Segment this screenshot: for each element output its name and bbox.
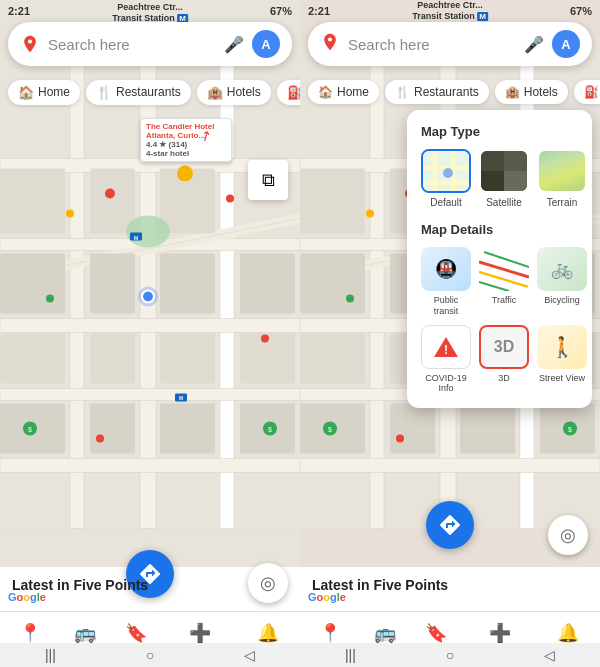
sys-back-right[interactable]: ◁ (544, 647, 555, 663)
detail-3d[interactable]: 3D 3D (479, 325, 529, 395)
restaurants-icon-right: 🍴 (395, 85, 410, 99)
cat-home-right[interactable]: 🏠 Home (308, 80, 379, 104)
detail-traffic-label: Traffic (492, 295, 517, 306)
cat-restaurants-left[interactable]: 🍴 Restaurants (86, 80, 191, 105)
updates-icon-left: 🔔 (257, 622, 279, 644)
svg-rect-24 (160, 404, 215, 454)
sys-home-left[interactable]: ○ (146, 647, 154, 663)
go-icon-right: 🚌 (374, 622, 396, 644)
thumb-covid: ! (421, 325, 471, 369)
sys-home-right[interactable]: ○ (446, 647, 454, 663)
svg-rect-92 (433, 151, 437, 193)
map-type-satellite[interactable]: Satellite (479, 149, 529, 208)
svg-rect-16 (160, 254, 215, 314)
map-type-title: Map Type (421, 124, 578, 139)
svg-point-36 (96, 435, 104, 443)
gas-icon-right: ⛽ (584, 85, 599, 99)
svg-point-31 (105, 189, 115, 199)
microphone-icon-left[interactable]: 🎤 (224, 35, 244, 54)
map-details-title: Map Details (421, 222, 578, 237)
detail-street-view[interactable]: 🚶 Street View (537, 325, 587, 395)
map-type-default[interactable]: Default (421, 149, 471, 208)
detail-transit[interactable]: 🚇 Public transit (421, 247, 471, 317)
svg-rect-20 (160, 334, 215, 384)
latest-label-left: Latest in Five Points (0, 567, 160, 597)
thumb-traffic (479, 247, 529, 291)
contribute-icon-right: ➕ (489, 622, 511, 644)
cat-gas-right[interactable]: ⛽ Gas (574, 80, 600, 104)
location-button-left[interactable]: ◎ (248, 563, 288, 603)
sys-nav-left: ||| ○ ◁ (0, 643, 300, 667)
search-input-right[interactable]: Search here (348, 36, 524, 53)
sys-menu-right[interactable]: ||| (345, 647, 356, 663)
home-icon-left: 🏠 (18, 85, 34, 100)
svg-rect-6 (0, 319, 300, 333)
search-input-left[interactable]: Search here (48, 36, 224, 53)
svg-point-35 (261, 335, 269, 343)
map-type-terrain[interactable]: Terrain (537, 149, 587, 208)
location-button-right[interactable]: ◎ (548, 515, 588, 555)
svg-rect-12 (90, 169, 135, 234)
thumb-transit: 🚇 (421, 247, 471, 291)
thumb-terrain (537, 149, 587, 193)
search-bar-left[interactable]: Search here 🎤 A (8, 22, 292, 66)
status-bar-right: 2:21 Peachtree Ctr...Transit Station M 6… (300, 0, 600, 22)
cat-hotels-left[interactable]: 🏨 Hotels (197, 80, 271, 105)
svg-rect-17 (240, 254, 295, 314)
svg-rect-11 (0, 169, 65, 234)
contribute-icon-left: ➕ (189, 622, 211, 644)
svg-text:M: M (134, 235, 138, 241)
cat-home-left[interactable]: 🏠 Home (8, 80, 80, 105)
explore-icon-right: 📍 (319, 622, 341, 644)
hotel-info[interactable]: The Candler Hotel Atlanta, Curio... 4.4 … (140, 118, 232, 162)
detail-traffic[interactable]: Traffic (479, 247, 529, 317)
latest-label-right: Latest in Five Points (300, 567, 460, 597)
cat-gas-left[interactable]: ⛽ Gas (277, 80, 300, 105)
svg-text:!: ! (444, 343, 448, 357)
google-maps-logo-left (20, 34, 40, 54)
category-bar-left: 🏠 Home 🍴 Restaurants 🏨 Hotels ⛽ Gas (0, 74, 300, 110)
search-icons-left: 🎤 A (224, 30, 280, 58)
cat-restaurants-right[interactable]: 🍴 Restaurants (385, 80, 489, 104)
detail-street-view-label: Street View (539, 373, 585, 384)
svg-text:$: $ (28, 426, 32, 433)
svg-text:$: $ (268, 426, 272, 433)
home-icon-right: 🏠 (318, 85, 333, 99)
thumb-satellite (479, 149, 529, 193)
restaurants-icon-left: 🍴 (96, 85, 112, 100)
detail-bicycling[interactable]: 🚲 Bicycling (537, 247, 587, 317)
hotel-rating: 4.4 ★ (314) (146, 140, 226, 149)
hotel-type: 4-star hotel (146, 149, 226, 158)
microphone-icon-right[interactable]: 🎤 (524, 35, 544, 54)
svg-rect-7 (0, 389, 300, 401)
avatar-right[interactable]: A (552, 30, 580, 58)
avatar-left[interactable]: A (252, 30, 280, 58)
svg-point-104 (328, 37, 332, 41)
svg-point-32 (66, 210, 74, 218)
category-bar-right: 🏠 Home 🍴 Restaurants 🏨 Hotels ⛽ Gas (300, 74, 600, 110)
sys-menu-left[interactable]: ||| (45, 647, 56, 663)
map-details-grid: 🚇 Public transit (421, 247, 578, 394)
status-bar-left: 2:21 Peachtree Ctr...Transit Station M 6… (0, 0, 300, 22)
directions-button-right[interactable] (426, 501, 474, 549)
svg-text:$: $ (568, 426, 572, 433)
detail-covid[interactable]: ! COVID-19 Info (421, 325, 471, 395)
google-maps-logo-right (320, 32, 340, 56)
svg-rect-23 (90, 404, 135, 454)
map-type-satellite-label: Satellite (486, 197, 522, 208)
sys-back-left[interactable]: ◁ (244, 647, 255, 663)
svg-rect-54 (300, 459, 600, 473)
svg-rect-70 (460, 404, 515, 454)
svg-rect-2 (140, 39, 156, 529)
svg-point-80 (346, 295, 354, 303)
svg-point-30 (177, 166, 193, 182)
svg-rect-95 (423, 181, 471, 185)
cat-hotels-right[interactable]: 🏨 Hotels (495, 80, 568, 104)
layer-button[interactable]: ⧉ (248, 160, 288, 200)
svg-rect-69 (390, 404, 435, 454)
svg-rect-57 (300, 169, 365, 234)
search-bar-right[interactable]: Search here 🎤 A (308, 22, 592, 66)
svg-rect-3 (220, 39, 234, 529)
map-type-terrain-label: Terrain (547, 197, 578, 208)
svg-point-82 (396, 435, 404, 443)
